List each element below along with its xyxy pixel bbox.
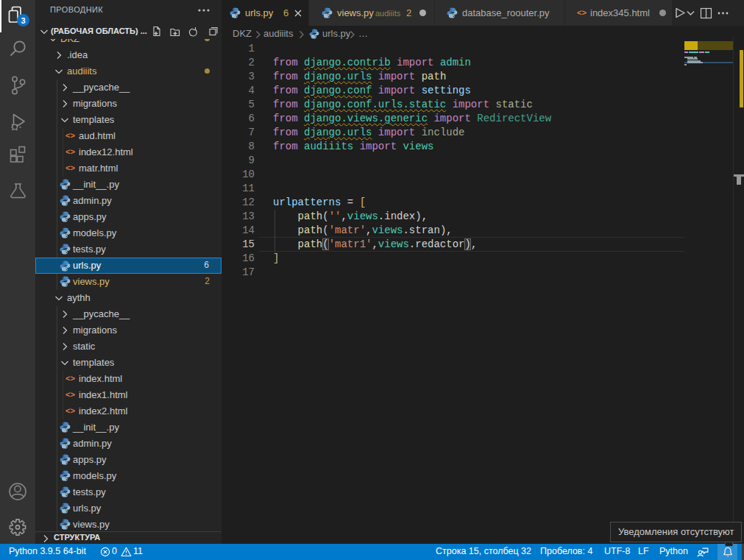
svg-text:3: 3: [21, 16, 25, 25]
